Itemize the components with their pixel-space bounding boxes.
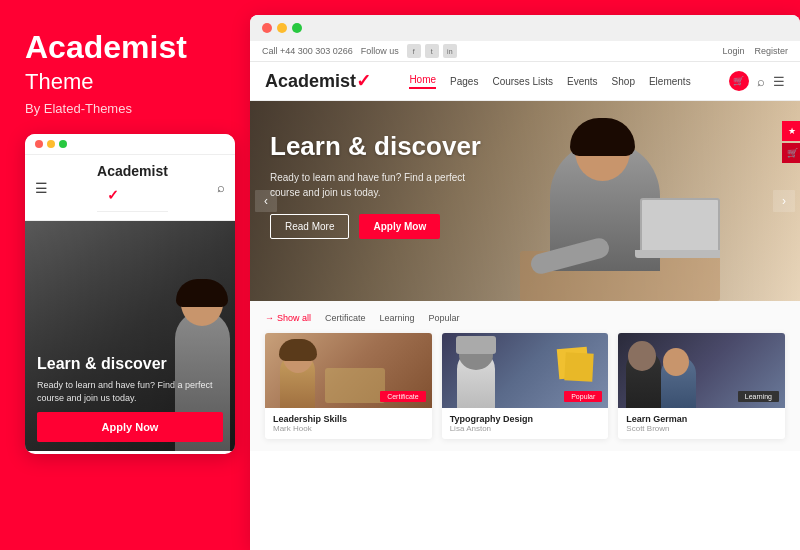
facebook-icon[interactable]: f [407, 44, 421, 58]
course-img-2: Popular [442, 333, 609, 408]
course-img-1: Certificate [265, 333, 432, 408]
course-title-1: Leadership Skills [273, 414, 424, 424]
nav-link-elements[interactable]: Elements [649, 76, 691, 87]
theme-subtitle: Theme [25, 69, 220, 95]
hero-side-icon-1[interactable]: ★ [782, 121, 800, 141]
course-author-2: Lisa Anston [450, 424, 601, 433]
filter-popular[interactable]: Popular [429, 313, 460, 323]
search-icon[interactable]: ⌕ [757, 74, 765, 89]
filter-certificate[interactable]: Certificate [325, 313, 366, 323]
desktop-hero: Learn & discover Ready to learn and have… [250, 101, 800, 301]
mobile-apply-now-button[interactable]: Apply Now [37, 412, 223, 442]
course-author-1: Mark Hook [273, 424, 424, 433]
hero-content: Learn & discover Ready to learn and have… [250, 101, 800, 269]
course-info-2: Typography Design Lisa Anston [442, 408, 609, 439]
hero-side-icons: ★ 🛒 [782, 121, 800, 165]
course-card-3: Learning Learn German Scott Brown [618, 333, 785, 439]
mobile-hero-title: Learn & discover [37, 355, 223, 373]
course-title-2: Typography Design [450, 414, 601, 424]
mobile-logo: Academist✓ [97, 163, 168, 212]
nav-link-home[interactable]: Home [409, 74, 436, 89]
hero-apply-now-button[interactable]: Apply Mow [359, 214, 440, 239]
hero-next-arrow[interactable]: › [773, 190, 795, 212]
mobile-hero-text: Ready to learn and have fun? Find a perf… [37, 379, 223, 404]
chrome-dot-yellow [277, 23, 287, 33]
hero-read-more-button[interactable]: Read More [270, 214, 349, 239]
nav-link-courses[interactable]: Courses Lists [492, 76, 553, 87]
nav-link-events[interactable]: Events [567, 76, 598, 87]
topbar-left: Call +44 300 303 0266 Follow us f t in [262, 44, 457, 58]
dot-red [35, 140, 43, 148]
hero-prev-arrow[interactable]: ‹ [255, 190, 277, 212]
desktop-logo: Academist✓ [265, 70, 371, 92]
course-info-3: Learn German Scott Brown [618, 408, 785, 439]
course-info-1: Leadership Skills Mark Hook [265, 408, 432, 439]
nav-link-shop[interactable]: Shop [612, 76, 635, 87]
hero-title: Learn & discover [270, 131, 780, 162]
chrome-dot-red [262, 23, 272, 33]
dot-yellow [47, 140, 55, 148]
hero-buttons: Read More Apply Mow [270, 214, 780, 239]
filter-show-all[interactable]: → Show all [265, 313, 311, 323]
cart-icon[interactable]: 🛒 [729, 71, 749, 91]
course-card-2: Popular Typography Design Lisa Anston [442, 333, 609, 439]
twitter-icon[interactable]: t [425, 44, 439, 58]
course-author-3: Scott Brown [626, 424, 777, 433]
course-badge-2: Popular [564, 391, 602, 402]
theme-by: By Elated-Themes [25, 101, 220, 116]
dot-green [59, 140, 67, 148]
topbar-right: Login Register [722, 46, 788, 56]
course-title-3: Learn German [626, 414, 777, 424]
theme-title: Academist [25, 30, 220, 65]
mobile-preview: ☰ Academist✓ ⌕ Learn & discover Ready to… [25, 134, 235, 454]
search-icon[interactable]: ⌕ [217, 180, 225, 195]
left-panel: Academist Theme By Elated-Themes ☰ Acade… [0, 0, 245, 550]
courses-grid: Certificate Leadership Skills Mark Hook [265, 333, 785, 439]
topbar-login-link[interactable]: Login [722, 46, 744, 56]
topbar-follow: Follow us [361, 46, 399, 56]
filter-learning[interactable]: Learning [380, 313, 415, 323]
course-badge-1: Certificate [380, 391, 426, 402]
hero-text: Ready to learn and have fun? Find a perf… [270, 170, 490, 200]
desktop-nav-links: Home Pages Courses Lists Events Shop Ele… [409, 74, 690, 89]
courses-filter: → Show all Certificate Learning Popular [265, 313, 785, 323]
topbar-register-link[interactable]: Register [754, 46, 788, 56]
desktop-nav-icons: 🛒 ⌕ ☰ [729, 71, 785, 91]
chrome-dot-green [292, 23, 302, 33]
instagram-icon[interactable]: in [443, 44, 457, 58]
course-img-3: Learning [618, 333, 785, 408]
topbar-social: f t in [407, 44, 457, 58]
hamburger-icon[interactable]: ☰ [35, 180, 48, 196]
menu-icon[interactable]: ☰ [773, 74, 785, 89]
desktop-chrome-bar [250, 15, 800, 41]
hero-side-icon-2[interactable]: 🛒 [782, 143, 800, 163]
mobile-navbar: ☰ Academist✓ ⌕ [25, 155, 235, 221]
course-badge-3: Learning [738, 391, 779, 402]
topbar-phone: Call +44 300 303 0266 [262, 46, 353, 56]
nav-link-pages[interactable]: Pages [450, 76, 478, 87]
courses-section: → Show all Certificate Learning Popular [250, 301, 800, 451]
mobile-dots [35, 140, 67, 148]
course-card-1: Certificate Leadership Skills Mark Hook [265, 333, 432, 439]
desktop-preview: Call +44 300 303 0266 Follow us f t in L… [250, 15, 800, 550]
desktop-topbar: Call +44 300 303 0266 Follow us f t in L… [250, 41, 800, 62]
desktop-navbar: Academist✓ Home Pages Courses Lists Even… [250, 62, 800, 101]
mobile-chrome-bar [25, 134, 235, 155]
